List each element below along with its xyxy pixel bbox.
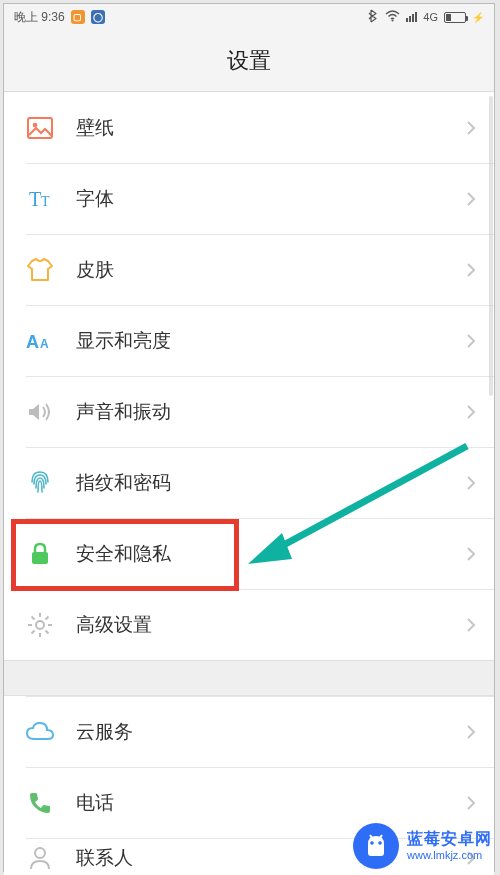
chevron-right-icon [466,475,476,491]
row-label: 显示和亮度 [76,328,171,354]
image-icon [26,114,54,142]
chevron-right-icon [466,120,476,136]
chevron-right-icon [466,546,476,562]
status-bar: 晚上 9:36 ▢ ◯ 4G ⚡ [4,4,494,30]
svg-line-15 [46,616,49,619]
svg-text:T: T [29,188,41,210]
phone-icon [26,789,54,817]
network-label: 4G [423,11,438,23]
svg-rect-1 [28,118,52,138]
gear-icon [26,611,54,639]
status-badge-2: ◯ [91,10,105,24]
chevron-right-icon [466,795,476,811]
phone-frame: 晚上 9:36 ▢ ◯ 4G ⚡ 设置 壁纸 [4,4,494,871]
svg-line-14 [46,630,49,633]
battery-icon [444,12,466,23]
svg-point-8 [36,621,44,629]
page-title: 设置 [227,46,271,76]
tshirt-icon [26,256,54,284]
svg-line-13 [32,616,35,619]
status-time: 晚上 9:36 [14,9,65,26]
row-label: 壁纸 [76,115,114,141]
svg-text:T: T [41,194,50,209]
svg-line-22 [370,835,372,838]
svg-point-0 [392,19,394,21]
cloud-icon [26,718,54,746]
row-wallpaper[interactable]: 壁纸 [4,92,494,163]
row-label: 电话 [76,790,114,816]
section-gap [4,660,494,696]
chevron-right-icon [466,333,476,349]
row-display[interactable]: AA 显示和亮度 [4,305,494,376]
chevron-right-icon [466,404,476,420]
svg-point-2 [33,122,38,127]
row-fingerprint[interactable]: 指纹和密码 [4,447,494,518]
text-size-icon: AA [26,327,54,355]
watermark-url: www.lmkjz.com [407,849,492,862]
watermark: 蓝莓安卓网 www.lmkjz.com [353,823,492,869]
fingerprint-icon [26,469,54,497]
row-advanced[interactable]: 高级设置 [4,589,494,660]
row-label: 声音和振动 [76,399,171,425]
charging-icon: ⚡ [472,12,484,23]
chevron-right-icon [466,191,476,207]
svg-point-21 [378,841,382,845]
scroll-indicator [489,96,493,396]
font-icon: TT [26,185,54,213]
row-label: 指纹和密码 [76,470,171,496]
person-icon [26,844,54,872]
row-label: 联系人 [76,845,133,871]
chevron-right-icon [466,617,476,633]
row-security[interactable]: 安全和隐私 [4,518,494,589]
lock-icon [26,540,54,568]
bluetooth-icon [368,9,379,26]
signal-icon [406,12,417,22]
row-theme[interactable]: 皮肤 [4,234,494,305]
svg-point-17 [35,848,45,858]
row-font[interactable]: TT 字体 [4,163,494,234]
settings-list: 壁纸 TT 字体 皮肤 AA 显示和亮度 [4,92,494,660]
wifi-icon [385,10,400,25]
row-label: 皮肤 [76,257,114,283]
svg-rect-7 [32,552,48,564]
svg-line-23 [380,835,382,838]
status-badge-1: ▢ [71,10,85,24]
speaker-icon [26,398,54,426]
row-label: 字体 [76,186,114,212]
row-sound[interactable]: 声音和振动 [4,376,494,447]
chevron-right-icon [466,724,476,740]
svg-text:A: A [40,337,49,351]
row-label: 安全和隐私 [76,541,171,567]
watermark-logo-icon [353,823,399,869]
row-label: 云服务 [76,719,133,745]
svg-text:A: A [26,332,39,352]
watermark-title: 蓝莓安卓网 [407,830,492,848]
page-header: 设置 [4,30,494,92]
svg-point-20 [370,841,374,845]
svg-line-16 [32,630,35,633]
row-cloud[interactable]: 云服务 [4,696,494,767]
row-label: 高级设置 [76,612,152,638]
chevron-right-icon [466,262,476,278]
